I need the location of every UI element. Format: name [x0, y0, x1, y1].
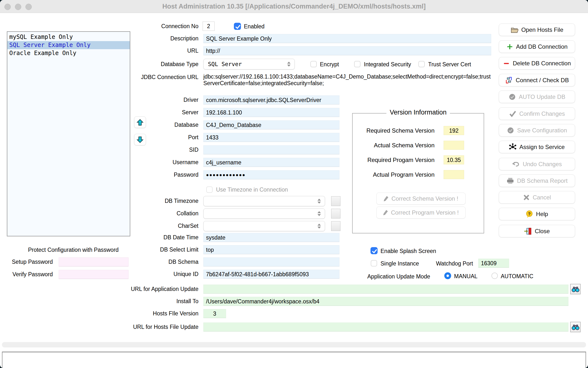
list-item[interactable]: mySQL Example Only	[7, 33, 130, 41]
encrypt-checkbox[interactable]	[310, 61, 317, 67]
driver-field[interactable]: com.microsoft.sqlserver.jdbc.SQLServerDr…	[203, 95, 339, 104]
use-timezone-checkbox[interactable]	[206, 186, 213, 193]
unique-id-field[interactable]: 7b6247af-5f02-481d-b667-1abb689f5093	[203, 270, 339, 279]
collation-aux-button[interactable]	[331, 209, 340, 218]
save-configuration-button[interactable]: Save Configuration	[499, 124, 575, 137]
database-type-label: Database Type	[125, 60, 198, 69]
url-label: URL	[125, 46, 198, 55]
description-field[interactable]: SQL Server Example Only	[203, 34, 491, 43]
password-panel-title: Protect Configuration with Password	[15, 246, 132, 253]
install-to-field[interactable]: /Users/dave/Commander4j/workspace.osx/b4	[203, 297, 568, 306]
connect-icon	[505, 77, 513, 84]
chevron-updown-icon	[315, 211, 323, 216]
folder-icon	[511, 26, 518, 33]
enabled-checkbox[interactable]	[234, 23, 241, 30]
assign-to-service-button[interactable]: Assign to Service	[499, 141, 575, 153]
hosts-file-version-field[interactable]: 3	[203, 309, 226, 318]
database-label: Database	[125, 120, 198, 129]
cancel-button[interactable]: Cancel	[499, 191, 575, 204]
integrated-security-checkbox[interactable]	[354, 61, 360, 67]
assign-icon	[509, 143, 516, 151]
binoculars-icon	[572, 286, 579, 292]
trust-server-cert-label: Trust Server Cert	[428, 61, 471, 68]
enabled-label: Enabled	[244, 23, 264, 30]
open-hosts-file-button[interactable]: Open Hosts File	[499, 23, 575, 36]
db-timezone-label: DB Timezone	[125, 196, 198, 206]
printer-icon	[506, 177, 514, 184]
port-label: Port	[125, 133, 198, 142]
url-field[interactable]: http://	[203, 46, 491, 55]
watchdog-port-field[interactable]: 16309	[478, 259, 509, 268]
jdbc-url-value: jdbc:sqlserver://192.168.1.100:1433;data…	[203, 73, 493, 87]
jdbc-url-label: JDBC Connection URL	[125, 73, 198, 81]
db-select-limit-field[interactable]: top	[203, 245, 339, 254]
encrypt-label: Encrypt	[320, 61, 339, 68]
db-timezone-select[interactable]	[203, 196, 325, 206]
add-db-connection-button[interactable]: Add DB Connection	[499, 40, 575, 53]
database-field[interactable]: C4J_Demo_Database	[203, 120, 339, 129]
server-field[interactable]: 192.168.1.100	[203, 108, 339, 117]
port-field[interactable]: 1433	[203, 133, 339, 142]
url-hosts-update-field[interactable]	[203, 322, 568, 332]
sid-field[interactable]	[203, 145, 339, 154]
correct-program-version-button[interactable]: Correct Program Version !	[376, 207, 466, 218]
save-icon	[507, 127, 514, 134]
connection-no-label: Connection No	[125, 22, 198, 31]
db-schema-report-button[interactable]: DB Schema Report	[499, 174, 575, 187]
url-app-update-field[interactable]	[203, 285, 568, 294]
connections-list[interactable]: mySQL Example Only SQL Server Example On…	[7, 31, 130, 236]
list-item-selected[interactable]: SQL Server Example Only	[7, 41, 130, 49]
required-program-version-field: 10.35	[444, 155, 464, 164]
close-window-button[interactable]	[4, 4, 11, 10]
trust-server-cert-checkbox[interactable]	[418, 61, 425, 67]
setup-password-label: Setup Password	[0, 257, 53, 266]
db-timezone-aux-button[interactable]	[331, 196, 340, 206]
db-schema-field[interactable]	[203, 257, 339, 266]
actual-program-version-field	[444, 170, 464, 179]
db-date-time-field[interactable]: sysdate	[203, 233, 339, 242]
setup-password-field[interactable]	[59, 257, 129, 266]
charset-select[interactable]	[203, 221, 325, 231]
app-window: Host Administration 10.35 [/Applications…	[0, 0, 588, 368]
enable-splash-label: Enable Splash Screen	[381, 247, 436, 255]
automatic-radio[interactable]	[491, 273, 498, 279]
undo-changes-button[interactable]: Undo Changes	[499, 158, 575, 170]
list-item[interactable]: Oracle Example Only	[7, 49, 130, 57]
verify-password-field[interactable]	[59, 270, 129, 279]
correct-schema-version-button[interactable]: Correct Schema Version !	[376, 193, 466, 205]
single-instance-label: Single Instance	[381, 260, 419, 267]
version-panel-title: Version Information	[352, 109, 484, 116]
close-button[interactable]: Close	[499, 225, 575, 237]
hosts-file-version-label: Hosts FIle Version	[125, 309, 198, 318]
confirm-changes-button[interactable]: Confirm Changes	[499, 107, 575, 120]
database-type-select[interactable]: SQL Server	[203, 59, 295, 69]
password-field[interactable]: ●●●●●●●●●●●●	[203, 170, 339, 179]
pencil-icon	[384, 196, 389, 202]
browse-app-update-button[interactable]	[570, 284, 581, 294]
single-instance-checkbox[interactable]	[371, 260, 377, 266]
auto-update-db-button[interactable]: AUTO Update DB	[499, 91, 575, 103]
minimize-window-button[interactable]	[15, 4, 21, 10]
browse-hosts-update-button[interactable]	[570, 322, 581, 332]
watchdog-port-label: Watchdog Port	[436, 260, 473, 267]
manual-radio[interactable]	[444, 272, 451, 279]
zoom-window-button[interactable]	[25, 4, 32, 10]
password-label: Password	[125, 170, 198, 179]
collation-select[interactable]	[203, 208, 325, 219]
enable-splash-checkbox[interactable]	[370, 247, 378, 254]
db-select-limit-label: DB Select Limit	[125, 245, 198, 254]
username-field[interactable]: c4j_username	[203, 158, 339, 167]
binoculars-icon	[572, 324, 579, 330]
help-button[interactable]: ? Help	[499, 208, 575, 220]
unique-id-label: Unique ID	[125, 270, 198, 279]
connect-check-db-button[interactable]: Connect / Check DB	[499, 74, 575, 86]
bottom-panel	[2, 342, 586, 347]
plus-icon	[506, 43, 513, 50]
server-label: Server	[125, 108, 198, 117]
charset-aux-button[interactable]	[331, 221, 340, 231]
required-program-version-label: Required Progam Version	[361, 155, 435, 164]
connection-no-field[interactable]: 2	[203, 22, 215, 31]
driver-label: Driver	[125, 95, 198, 104]
delete-db-connection-button[interactable]: Delete DB Connection	[499, 57, 575, 69]
help-icon: ?	[526, 210, 533, 218]
